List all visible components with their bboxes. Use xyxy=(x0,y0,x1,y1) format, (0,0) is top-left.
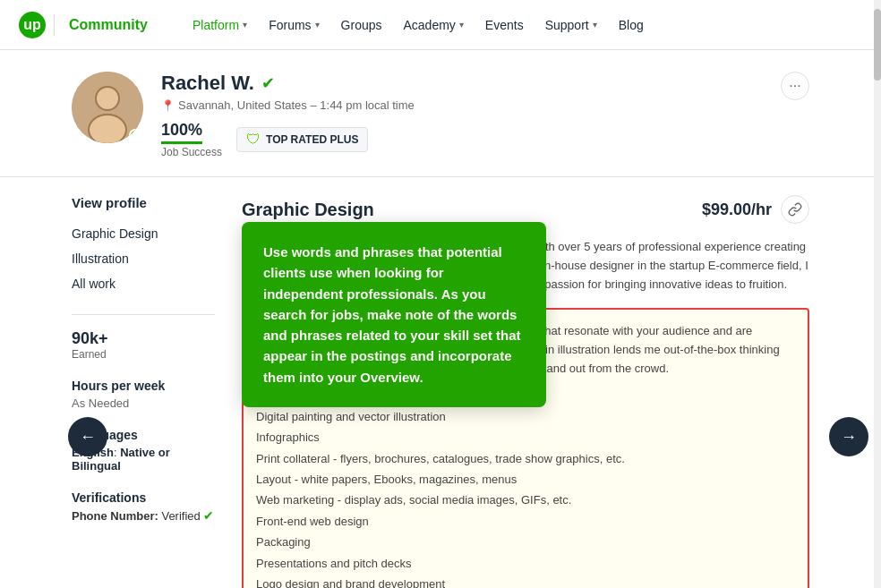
service-list-item: Infographics xyxy=(256,427,795,447)
nav-groups[interactable]: Groups xyxy=(332,11,391,39)
earnings-amount: 90k+ xyxy=(72,329,215,348)
verifications-label: Verifications xyxy=(72,490,215,505)
service-list-item: Layout - white papers, Ebooks, magazines… xyxy=(256,469,795,490)
chevron-down-icon: ▾ xyxy=(593,20,597,30)
sidebar-hours-section: Hours per week As Needed xyxy=(72,379,215,410)
location-text: Savannah, United States – 1:44 pm local … xyxy=(178,98,415,112)
shield-icon: 🛡 xyxy=(246,132,261,148)
avatar xyxy=(72,72,143,143)
svg-text:up: up xyxy=(23,17,41,32)
logo[interactable]: up Community xyxy=(18,11,148,39)
service-rate: $99.00/hr xyxy=(702,195,809,224)
profile-metrics: 100% Job Success 🛡 TOP RATED PLUS xyxy=(161,121,809,158)
verified-icon: ✔ xyxy=(261,73,275,93)
main-content: ← View profile Graphic Design Illustrati… xyxy=(0,177,881,588)
main-nav: up Community Platform ▾ Forums ▾ Groups … xyxy=(0,0,881,50)
nav-divider xyxy=(54,14,55,36)
service-list-item: Digital painting and vector illustration xyxy=(256,406,795,427)
more-options-button[interactable]: ··· xyxy=(781,72,809,100)
job-success-percentage: 100% xyxy=(161,121,202,144)
nav-blog[interactable]: Blog xyxy=(610,11,653,39)
job-success-label: Job Success xyxy=(161,146,222,158)
content-header: Graphic Design $99.00/hr xyxy=(242,195,809,224)
service-list-item: Print collateral - flyers, brochures, ca… xyxy=(256,448,795,469)
chevron-down-icon: ▾ xyxy=(243,20,247,30)
service-list-item: Packaging xyxy=(256,532,795,552)
verified-check-icon: ✔ xyxy=(203,508,214,523)
link-icon xyxy=(788,202,802,217)
hours-value: As Needed xyxy=(72,396,215,410)
nav-forums[interactable]: Forums ▾ xyxy=(260,11,328,39)
chevron-down-icon: ▾ xyxy=(315,20,320,30)
svg-point-6 xyxy=(90,115,125,143)
nav-events[interactable]: Events xyxy=(476,11,533,39)
sidebar-item-graphic-design[interactable]: Graphic Design xyxy=(72,221,215,246)
top-rated-text: TOP RATED PLUS xyxy=(266,133,358,146)
job-success: 100% Job Success xyxy=(161,121,222,158)
profile-location: 📍 Savannah, United States – 1:44 pm loca… xyxy=(161,98,809,112)
nav-academy[interactable]: Academy ▾ xyxy=(395,11,473,39)
location-icon: 📍 xyxy=(161,99,175,112)
services-section: [SERVICES] Digital painting and vector i… xyxy=(256,389,795,588)
chevron-down-icon: ▾ xyxy=(459,20,464,30)
profile-header: Rachel W. ✔ 📍 Savannah, United States – … xyxy=(0,50,881,177)
sidebar-item-all-work[interactable]: All work xyxy=(72,271,215,296)
services-list: Digital painting and vector illustration… xyxy=(256,406,795,588)
profile-name-row: Rachel W. ✔ xyxy=(161,72,809,95)
link-button[interactable] xyxy=(781,195,809,224)
community-label: Community xyxy=(69,17,148,33)
upwork-logo-icon: up xyxy=(18,11,47,39)
top-rated-badge: 🛡 TOP RATED PLUS xyxy=(236,127,368,152)
service-list-item: Front-end web design xyxy=(256,511,795,532)
sidebar-verifications-section: Verifications Phone Number: Verified ✔ xyxy=(72,490,215,523)
earnings-label: Earned xyxy=(72,348,215,361)
prev-arrow-button[interactable]: ← xyxy=(68,417,107,456)
svg-point-5 xyxy=(97,88,118,109)
arrow-right-icon: → xyxy=(841,428,857,447)
avatar-wrap xyxy=(72,72,143,143)
tooltip-overlay: Use words and phrases that potential cli… xyxy=(242,222,546,407)
profile-content: Use words and phrases that potential cli… xyxy=(242,195,809,588)
service-list-item: Web marketing - display ads, social medi… xyxy=(256,490,795,510)
sidebar: View profile Graphic Design Illustration… xyxy=(72,195,215,588)
sidebar-item-illustration[interactable]: Illustration xyxy=(72,246,215,271)
service-list-item: Presentations and pitch decks xyxy=(256,553,795,574)
nav-support[interactable]: Support ▾ xyxy=(536,11,606,39)
next-arrow-button[interactable]: → xyxy=(829,417,868,456)
phone-verification: Phone Number: Verified ✔ xyxy=(72,508,215,523)
online-status xyxy=(129,129,141,141)
sidebar-title: View profile xyxy=(72,195,215,210)
nav-platform[interactable]: Platform ▾ xyxy=(184,11,256,39)
profile-name: Rachel W. xyxy=(161,72,254,95)
scrollbar-thumb[interactable] xyxy=(874,9,881,81)
service-title: Graphic Design xyxy=(242,200,374,220)
scrollbar[interactable] xyxy=(874,0,881,588)
profile-info: Rachel W. ✔ 📍 Savannah, United States – … xyxy=(161,72,809,158)
nav-links: Platform ▾ Forums ▾ Groups Academy ▾ Eve… xyxy=(184,11,653,39)
rate-amount: $99.00/hr xyxy=(702,200,772,219)
arrow-left-icon: ← xyxy=(80,428,96,447)
hours-label: Hours per week xyxy=(72,379,215,393)
service-list-item: Logo design and brand development xyxy=(256,574,795,588)
